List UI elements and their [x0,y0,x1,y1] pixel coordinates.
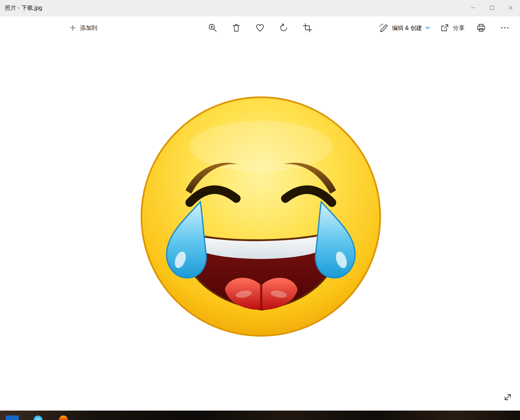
print-icon [476,23,486,34]
share-icon [440,23,450,34]
more-icon [500,23,510,34]
zoom-in-icon [208,23,217,34]
close-icon [508,5,513,11]
share-button[interactable]: 分享 [435,16,469,40]
fullscreen-button[interactable] [500,389,516,406]
minimize-icon [471,5,475,11]
share-label: 分享 [453,25,464,32]
taskbar-icon-browser[interactable] [34,416,43,420]
minimize-button[interactable] [464,0,482,16]
add-to-button[interactable]: 添加到 [65,16,101,40]
desktop-wallpaper-sliver [0,411,520,420]
print-button[interactable] [469,16,493,40]
zoom-in-button[interactable] [201,16,224,40]
fullscreen-icon [503,392,513,403]
favorite-button[interactable] [248,16,272,40]
toolbar-center-group [201,16,319,40]
titlebar: 照片 - 下载.jpg [0,0,520,16]
trash-icon [231,23,241,34]
toolbar: 查看所有照片 添加到 [0,16,520,40]
chevron-down-icon [425,25,430,31]
maximize-icon [489,5,494,11]
edit-create-button[interactable]: 编辑 & 创建 [374,16,435,40]
taskbar-icon-blue-tile[interactable] [6,416,19,420]
toolbar-right-group: 编辑 & 创建 分享 [374,16,520,40]
heart-icon [255,23,265,34]
photos-icon [7,24,14,33]
crop-button[interactable] [296,16,319,40]
photos-app-window: 照片 - 下载.jpg [0,0,520,420]
see-all-photos-button[interactable]: 查看所有照片 [0,16,58,40]
taskbar-icon-orange-app[interactable] [59,416,68,420]
photo-laughing-emoji [138,94,383,339]
close-button[interactable] [501,0,520,16]
edit-create-icon [379,23,389,34]
window-controls [464,0,520,16]
edit-create-label: 编辑 & 创建 [392,25,422,32]
window-title: 照片 - 下载.jpg [0,4,42,12]
plus-icon [69,24,76,33]
crop-icon [303,23,312,34]
see-all-photos-label: 查看所有照片 [18,25,52,32]
maximize-button[interactable] [482,0,501,16]
more-button[interactable] [493,16,517,40]
add-to-label: 添加到 [80,25,97,32]
rotate-button[interactable] [272,16,296,40]
delete-button[interactable] [224,16,248,40]
photo-canvas [0,40,520,411]
rotate-icon [279,23,289,34]
